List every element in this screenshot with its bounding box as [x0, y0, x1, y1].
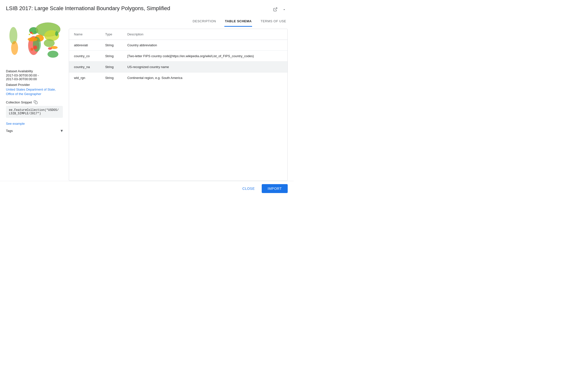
tab-description[interactable]: DESCRIPTION: [192, 16, 216, 27]
svg-point-12: [30, 32, 32, 34]
schema-table: Name Type Description abbreviatiStringCo…: [69, 29, 287, 83]
col-header-name: Name: [69, 29, 100, 40]
collection-snippet-code: ee.FeatureCollection("USDOS/LSIB_SIMPLE/…: [6, 106, 63, 118]
cell-name: wld_rgn: [69, 72, 100, 84]
snippet-label-row: Collection Snippet: [6, 100, 63, 104]
cell-type: String: [100, 40, 122, 51]
cell-description: Country abbreviation: [122, 40, 287, 51]
cell-name: abbreviati: [69, 40, 100, 51]
svg-point-20: [48, 47, 52, 50]
cell-description: [Two-letter FIPS country code](https://e…: [122, 51, 287, 62]
external-link-button[interactable]: [272, 6, 279, 13]
page-title: LSIB 2017: Large Scale International Bou…: [6, 5, 170, 12]
dialog-header: LSIB 2017: Large Scale International Bou…: [0, 0, 294, 16]
dataset-availability-label: Dataset Availability: [6, 69, 63, 73]
dataset-provider-section: Dataset Provider United States Departmen…: [6, 83, 63, 96]
right-panel: DESCRIPTION TABLE SCHEMA TERMS OF USE Na…: [69, 16, 288, 181]
tags-chevron-icon: ▾: [61, 128, 63, 134]
table-row: country_coString[Two-letter FIPS country…: [69, 51, 287, 62]
dataset-provider-label: Dataset Provider: [6, 83, 63, 86]
cell-name: country_na: [69, 62, 100, 72]
table-row: country_naStringUS-recognized country na…: [69, 62, 287, 72]
cell-type: String: [100, 72, 122, 84]
svg-point-16: [28, 37, 37, 41]
cell-name: country_co: [69, 51, 100, 62]
cell-type: String: [100, 62, 122, 72]
header-icons: [272, 5, 288, 13]
map-container: [6, 16, 60, 65]
tab-terms-of-use[interactable]: TERMS OF USE: [260, 16, 287, 27]
tags-row[interactable]: Tags ▾: [6, 128, 63, 134]
table-header-row: Name Type Description: [69, 29, 287, 40]
tags-label: Tags: [6, 129, 12, 133]
left-panel: Dataset Availability 2017-03-30T00:00:00…: [6, 16, 63, 181]
tabs: DESCRIPTION TABLE SCHEMA TERMS OF USE: [69, 16, 288, 27]
svg-line-0: [275, 8, 277, 10]
see-example-link[interactable]: See example: [6, 122, 63, 126]
cell-description: Continental region, e.g. South America: [122, 72, 287, 84]
cell-description: US-recognized country name: [122, 62, 287, 72]
svg-point-15: [29, 34, 30, 35]
import-button[interactable]: IMPORT: [262, 184, 288, 193]
tab-table-schema[interactable]: TABLE SCHEMA: [224, 16, 252, 27]
svg-point-17: [33, 46, 37, 50]
scroll-up-button[interactable]: [281, 6, 288, 13]
svg-point-10: [11, 41, 18, 55]
dialog-body: Dataset Availability 2017-03-30T00:00:00…: [0, 16, 294, 181]
svg-point-8: [47, 51, 58, 58]
copy-icon[interactable]: [33, 100, 38, 104]
svg-point-11: [55, 31, 58, 36]
close-button[interactable]: CLOSE: [238, 184, 259, 192]
dialog-footer: CLOSE IMPORT: [0, 181, 294, 196]
dataset-provider-link[interactable]: United States Department of State, Offic…: [6, 88, 56, 96]
schema-table-container: Name Type Description abbreviatiStringCo…: [69, 29, 288, 181]
svg-point-14: [34, 31, 36, 33]
svg-rect-24: [35, 102, 37, 104]
table-row: abbreviatiStringCountry abbreviation: [69, 40, 287, 51]
table-row: wld_rgnStringContinental region, e.g. So…: [69, 72, 287, 84]
col-header-type: Type: [100, 29, 122, 40]
cell-type: String: [100, 51, 122, 62]
collection-snippet-label: Collection Snippet: [6, 100, 32, 104]
svg-point-18: [30, 48, 33, 51]
collection-snippet-section: Collection Snippet ee.FeatureCollection(…: [6, 100, 63, 118]
dataset-availability-value: 2017-03-30T00:00:00 -2017-03-30T00:00:00: [6, 74, 63, 81]
col-header-description: Description: [122, 29, 287, 40]
dialog: LSIB 2017: Large Scale International Bou…: [0, 0, 294, 196]
dataset-availability-section: Dataset Availability 2017-03-30T00:00:00…: [6, 69, 63, 81]
svg-point-7: [44, 39, 55, 47]
